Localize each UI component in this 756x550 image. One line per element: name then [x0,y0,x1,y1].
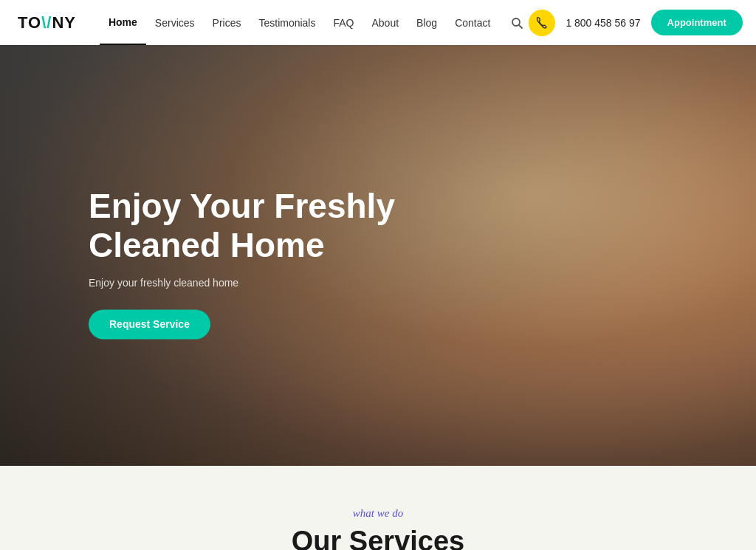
phone-number: 1 800 458 56 97 [566,17,640,29]
nav-home[interactable]: Home [100,0,146,45]
logo[interactable]: TO\/NY [18,13,76,32]
logo-text-ny: NY [52,13,76,32]
logo-slash: \/ [41,13,52,32]
hero-section: Enjoy Your Freshly Cleaned Home Enjoy yo… [0,45,756,466]
services-title: Our Services [30,526,726,550]
hero-subtitle: Enjoy your freshly cleaned home [89,277,413,289]
nav-about[interactable]: About [363,0,408,45]
nav-contact[interactable]: Contact [446,0,499,45]
nav-links: Home Services Prices Testimonials FAQ Ab… [100,0,529,45]
nav-services[interactable]: Services [146,0,204,45]
nav-testimonials[interactable]: Testimonials [250,0,324,45]
appointment-button[interactable]: Appointment [651,10,743,35]
nav-faq[interactable]: FAQ [324,0,362,45]
nav-prices[interactable]: Prices [204,0,250,45]
logo-text-to: TO [18,13,41,32]
search-icon[interactable] [505,11,529,35]
nav-blog[interactable]: Blog [408,0,446,45]
hero-title: Enjoy Your Freshly Cleaned Home [89,187,413,265]
services-subtitle: what we do [30,507,726,520]
navbar: TO\/NY Home Services Prices Testimonials… [0,0,756,45]
nav-right: 1 800 458 56 97 Appointment [529,10,742,36]
request-service-button[interactable]: Request Service [89,309,210,339]
hero-content: Enjoy Your Freshly Cleaned Home Enjoy yo… [89,187,413,339]
services-section: what we do Our Services [0,466,756,550]
phone-icon [529,10,555,36]
svg-line-1 [519,25,522,28]
